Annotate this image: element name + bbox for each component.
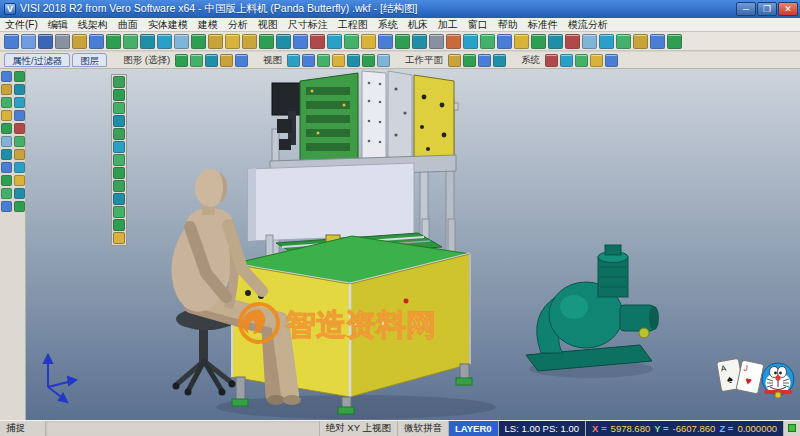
cad-tool-icon[interactable] [14, 188, 25, 199]
cad-tool-icon[interactable] [259, 34, 274, 49]
cad-tool-icon[interactable] [1, 201, 12, 212]
cad-tool-icon[interactable] [310, 34, 325, 49]
menu-item[interactable]: 机床 [403, 18, 433, 32]
cad-tool-icon[interactable] [560, 54, 573, 67]
cad-tool-icon[interactable] [497, 34, 512, 49]
cad-tool-icon[interactable] [113, 219, 125, 231]
cad-tool-icon[interactable] [1, 149, 12, 160]
minimize-button[interactable]: ─ [736, 2, 756, 16]
cad-tool-icon[interactable] [616, 34, 631, 49]
cad-tool-icon[interactable] [1, 84, 12, 95]
cad-tool-icon[interactable] [208, 34, 223, 49]
cad-tool-icon[interactable] [106, 34, 121, 49]
cad-tool-icon[interactable] [113, 128, 125, 140]
cad-tool-icon[interactable] [113, 167, 125, 179]
cad-tool-icon[interactable] [14, 97, 25, 108]
cad-tool-icon[interactable] [14, 123, 25, 134]
cad-tool-icon[interactable] [235, 54, 248, 67]
cad-tool-icon[interactable] [667, 34, 682, 49]
cad-tool-icon[interactable] [463, 34, 478, 49]
cad-tool-icon[interactable] [478, 54, 491, 67]
cad-tool-icon[interactable] [4, 34, 19, 49]
cad-tool-icon[interactable] [38, 34, 53, 49]
cad-tool-icon[interactable] [14, 110, 25, 121]
active-layer-indicator[interactable]: LAYER0 [449, 421, 499, 436]
cad-tool-icon[interactable] [14, 149, 25, 160]
snap-indicator[interactable]: 捕捉 [0, 421, 46, 436]
cad-tool-icon[interactable] [276, 34, 291, 49]
viewport-3d[interactable]: 智造资料网 A ♠ J ♥ [26, 69, 800, 420]
cad-tool-icon[interactable] [1, 162, 12, 173]
cad-tool-icon[interactable] [565, 34, 580, 49]
cad-tool-icon[interactable] [480, 34, 495, 49]
cad-tool-icon[interactable] [191, 34, 206, 49]
cad-tool-icon[interactable] [545, 54, 558, 67]
ime-indicator[interactable]: 微软拼音 [398, 421, 449, 436]
cad-tool-icon[interactable] [225, 34, 240, 49]
menu-item[interactable]: 模流分析 [563, 18, 613, 32]
cad-tool-icon[interactable] [1, 110, 12, 121]
menu-item[interactable]: 建模 [193, 18, 223, 32]
cad-tool-icon[interactable] [190, 54, 203, 67]
menu-item[interactable]: 加工 [433, 18, 463, 32]
cad-tool-icon[interactable] [174, 34, 189, 49]
cad-tool-icon[interactable] [317, 54, 330, 67]
menu-item[interactable]: 线架构 [73, 18, 113, 32]
cad-tool-icon[interactable] [429, 34, 444, 49]
menu-item[interactable]: 编辑 [43, 18, 73, 32]
menu-item[interactable]: 窗口 [463, 18, 493, 32]
cad-tool-icon[interactable] [1, 71, 12, 82]
menu-item[interactable]: 帮助 [493, 18, 523, 32]
cad-tool-icon[interactable] [113, 76, 125, 88]
cad-tool-icon[interactable] [531, 34, 546, 49]
menu-item[interactable]: 曲面 [113, 18, 143, 32]
cad-tool-icon[interactable] [344, 34, 359, 49]
cad-tool-icon[interactable] [113, 89, 125, 101]
menu-item[interactable]: 实体建模 [143, 18, 193, 32]
cad-tool-icon[interactable] [21, 34, 36, 49]
cad-tool-icon[interactable] [1, 175, 12, 186]
cad-tool-icon[interactable] [14, 175, 25, 186]
cad-tool-icon[interactable] [448, 54, 461, 67]
menu-item[interactable]: 工程图 [333, 18, 373, 32]
menu-item[interactable]: 分析 [223, 18, 253, 32]
cad-tool-icon[interactable] [113, 232, 125, 244]
cad-tool-icon[interactable] [140, 34, 155, 49]
cad-tool-icon[interactable] [650, 34, 665, 49]
cad-tool-icon[interactable] [220, 54, 233, 67]
cad-tool-icon[interactable] [1, 136, 12, 147]
cad-tool-icon[interactable] [493, 54, 506, 67]
cad-tool-icon[interactable] [175, 54, 188, 67]
cad-tool-icon[interactable] [463, 54, 476, 67]
cad-tool-icon[interactable] [14, 162, 25, 173]
cad-tool-icon[interactable] [55, 34, 70, 49]
cad-tool-icon[interactable] [599, 34, 614, 49]
cad-tool-icon[interactable] [287, 54, 300, 67]
cad-tool-icon[interactable] [1, 123, 12, 134]
cad-tool-icon[interactable] [412, 34, 427, 49]
cad-tool-icon[interactable] [72, 34, 87, 49]
cad-tool-icon[interactable] [293, 34, 308, 49]
maximize-button[interactable]: ❐ [757, 2, 777, 16]
menu-item[interactable]: 文件(F) [0, 18, 43, 32]
menu-item[interactable]: 尺寸标注 [283, 18, 333, 32]
cad-tool-icon[interactable] [113, 102, 125, 114]
cad-tool-icon[interactable] [157, 34, 172, 49]
cad-tool-icon[interactable] [332, 54, 345, 67]
cad-tool-icon[interactable] [514, 34, 529, 49]
cad-tool-icon[interactable] [14, 84, 25, 95]
cad-tool-icon[interactable] [548, 34, 563, 49]
cad-tool-icon[interactable] [377, 54, 390, 67]
cad-tool-icon[interactable] [113, 180, 125, 192]
menu-item[interactable]: 系统 [373, 18, 403, 32]
cad-tool-icon[interactable] [113, 193, 125, 205]
cad-tool-icon[interactable] [582, 34, 597, 49]
cad-tool-icon[interactable] [113, 206, 125, 218]
cad-tool-icon[interactable] [362, 54, 375, 67]
cad-tool-icon[interactable] [89, 34, 104, 49]
cad-tool-icon[interactable] [605, 54, 618, 67]
cad-tool-icon[interactable] [378, 34, 393, 49]
panel-tab[interactable]: 图层 [72, 53, 107, 67]
cad-tool-icon[interactable] [1, 188, 12, 199]
cad-tool-icon[interactable] [590, 54, 603, 67]
